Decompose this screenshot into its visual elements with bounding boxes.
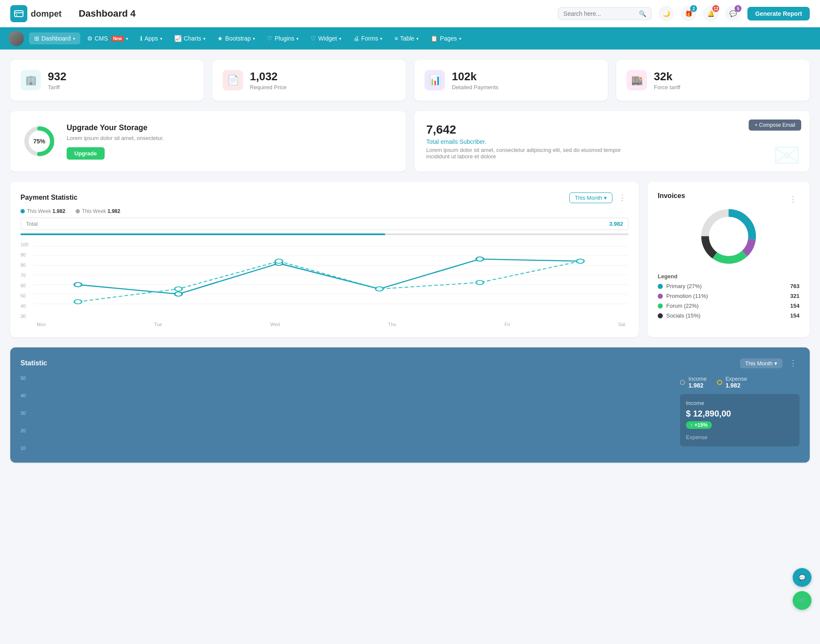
required-price-label: Required Price	[250, 84, 287, 90]
x-axis-labels: Mon Tue Wed Thu Fri Sat	[33, 322, 629, 327]
charts-arrow: ▾	[203, 36, 205, 41]
nav-label-apps: Apps	[144, 35, 158, 42]
income-circle	[680, 380, 685, 385]
nav-label-plugins: Plugins	[275, 35, 294, 42]
income-item: Income 1.982	[680, 376, 707, 389]
svg-point-20	[376, 287, 383, 291]
required-price-value: 1,032	[250, 70, 287, 83]
sidebar-item-table[interactable]: ≡ Table ▾	[389, 32, 424, 44]
sidebar-item-forms[interactable]: 🖨 Forms ▾	[348, 32, 388, 44]
forms-icon: 🖨	[353, 35, 359, 42]
statistic-content: 50 40 30 20 10	[20, 376, 800, 452]
y-label-90: 90	[20, 252, 28, 257]
email-description: Lorem ipsum dolor sit amet, consectetur …	[426, 147, 640, 160]
bootstrap-icon: ★	[217, 35, 223, 42]
svg-point-15	[476, 257, 483, 261]
bell-icon-btn[interactable]: 🔔 12	[703, 6, 718, 21]
navbar: ⊞ Dashboard ▾ ⚙ CMS New ▾ ℹ Apps ▾ 📈 Cha…	[0, 27, 820, 50]
plugins-arrow: ▾	[296, 36, 299, 41]
pages-icon: 📋	[430, 35, 438, 42]
income-detail: Income $ 12,890,00 ↑ +15% Expense	[680, 394, 800, 446]
svg-point-1	[16, 15, 18, 16]
sidebar-item-apps[interactable]: ℹ Apps ▾	[135, 32, 167, 44]
nav-label-cms: CMS	[95, 35, 108, 42]
svg-point-12	[175, 292, 182, 296]
search-box[interactable]: 🔍	[558, 7, 652, 20]
logo[interactable]: dompet	[10, 5, 62, 22]
legend-dot-1	[76, 209, 80, 213]
bar-chart-area: 50 40 30 20 10	[20, 376, 671, 452]
bar-groups	[29, 376, 671, 452]
apps-icon: ℹ	[140, 35, 142, 42]
generate-report-button[interactable]: Generate Report	[747, 7, 810, 20]
cms-icon: ⚙	[87, 35, 93, 42]
svg-point-19	[275, 259, 282, 263]
force-tariff-label: Force tariff	[654, 84, 680, 90]
x-label-wed: Wed	[270, 322, 280, 327]
forms-arrow: ▾	[380, 36, 382, 41]
bar-y-20: 20	[20, 428, 26, 433]
payment-filter-button[interactable]: This Month ▾	[569, 192, 612, 203]
income-badge-text: +15%	[694, 422, 708, 428]
legend-list-item-0: Primary (27%) 763	[658, 283, 800, 289]
nav-label-pages: Pages	[440, 35, 457, 42]
compose-email-button[interactable]: + Compose Email	[749, 119, 801, 131]
legend-list-value-0: 763	[790, 283, 800, 289]
chat-icon-btn[interactable]: 💬 5	[725, 6, 741, 21]
line-chart-container: 100 90 80 70 60 50 40 30	[20, 242, 629, 327]
sidebar-item-dashboard[interactable]: ⊞ Dashboard ▾	[29, 32, 80, 44]
force-tariff-icon: 🏬	[627, 70, 647, 90]
storage-info: Upgrade Your Storage Lorem ipsum dolor s…	[67, 123, 164, 160]
gift-icon-btn[interactable]: 🎁 2	[681, 6, 696, 21]
payment-menu-dots[interactable]: ⋮	[616, 192, 629, 203]
legend-list-value-1: 321	[790, 293, 800, 299]
storage-description: Lorem ipsum dolor sit amet, onsectetur.	[67, 135, 164, 141]
statistic-filter-button[interactable]: This Month ▾	[740, 358, 782, 368]
y-axis-labels: 100 90 80 70 60 50 40 30	[20, 242, 28, 319]
search-input[interactable]	[563, 10, 636, 17]
legend-list-item-3: Socials (15%) 154	[658, 312, 800, 319]
nav-label-bootstrap: Bootstrap	[225, 35, 251, 42]
chat-badge: 5	[735, 5, 741, 12]
payment-filter: This Month ▾ ⋮	[569, 192, 629, 203]
stat-card-detailed-payments: 📊 102k Detailed Payments	[414, 60, 608, 101]
gift-badge: 2	[690, 5, 697, 12]
invoices-menu-dots[interactable]: ⋮	[787, 194, 800, 205]
statistic-menu-dots[interactable]: ⋮	[787, 358, 800, 369]
chart-total-label: Total	[26, 221, 38, 227]
table-arrow: ▾	[416, 36, 419, 41]
apps-arrow: ▾	[160, 36, 162, 41]
legend-item-1: This Week 1.982	[76, 208, 120, 214]
invoices-donut-wrap	[658, 207, 800, 266]
progress-bar	[20, 233, 629, 235]
nav-label-charts: Charts	[184, 35, 201, 42]
dark-mode-toggle[interactable]: 🌙	[659, 6, 674, 21]
upgrade-button[interactable]: Upgrade	[67, 147, 105, 160]
legend-list-item-2: Forum (22%) 154	[658, 303, 800, 309]
progress-fill	[20, 233, 385, 235]
expense-item: Expense 1.982	[717, 376, 747, 389]
sidebar-item-charts[interactable]: 📈 Charts ▾	[169, 32, 211, 44]
svg-point-17	[74, 300, 82, 304]
stat-cards-row: 🏢 932 Tariff 📄 1,032 Required Price 📊 10…	[10, 60, 810, 101]
x-label-thu: Thu	[388, 322, 396, 327]
email-bg-icon: ✉	[773, 136, 801, 172]
sidebar-item-pages[interactable]: 📋 Pages ▾	[425, 32, 466, 44]
statistic-card: Statistic This Month ▾ ⋮ 50 40 30 20	[10, 347, 810, 463]
income-detail-label: Income	[686, 400, 794, 406]
header: dompet Dashboard 4 🔍 🌙 🎁 2 🔔 12 💬 5 Gene…	[0, 0, 820, 27]
line-chart-svg	[33, 242, 629, 319]
email-card: + Compose Email 7,642 Total emails Subcr…	[414, 111, 810, 172]
sidebar-item-bootstrap[interactable]: ★ Bootstrap ▾	[212, 32, 260, 44]
payment-title: Payment Statistic	[20, 194, 77, 201]
svg-point-11	[74, 283, 82, 287]
dashboard-icon: ⊞	[34, 35, 39, 42]
sidebar-item-cms[interactable]: ⚙ CMS New ▾	[82, 32, 134, 44]
search-icon: 🔍	[639, 10, 646, 17]
pages-arrow: ▾	[459, 36, 461, 41]
x-label-sat: Sat	[618, 322, 625, 327]
sidebar-item-plugins[interactable]: ♡ Plugins ▾	[262, 32, 304, 44]
required-price-icon: 📄	[223, 70, 243, 90]
sidebar-item-widget[interactable]: ♡ Widget ▾	[305, 32, 346, 44]
legend-color-3	[658, 313, 663, 318]
